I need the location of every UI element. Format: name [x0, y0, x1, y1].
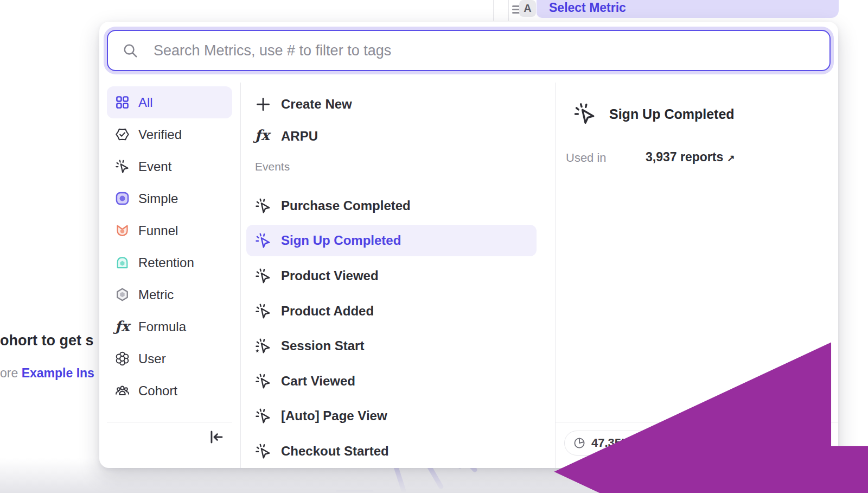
- create-new-button[interactable]: Create New: [246, 89, 537, 120]
- select-metric-label: Select Metric: [549, 1, 626, 15]
- stat-value: 47.35K: [591, 436, 630, 450]
- cursor-click-icon: [573, 102, 596, 125]
- background-heading: ohort to get s: [0, 332, 93, 349]
- sidebar-item-label: Simple: [138, 191, 178, 206]
- cursor-click-icon: [255, 268, 271, 284]
- sidebar-footer-divider: [107, 422, 232, 422]
- column-divider: [240, 83, 241, 468]
- cursor-click-icon: [115, 159, 130, 174]
- metric-hexagon-icon: [115, 287, 130, 302]
- list-item-label: ARPU: [281, 129, 318, 144]
- select-metric-button[interactable]: Select Metric: [537, 0, 839, 18]
- sidebar-item-cohort[interactable]: Cohort: [107, 375, 232, 407]
- sidebar-item-label: Funnel: [138, 223, 178, 238]
- sidebar-item-metric[interactable]: Metric: [107, 279, 232, 311]
- search-input[interactable]: [152, 42, 815, 60]
- sidebar-item-label: Formula: [138, 319, 186, 334]
- pie-chart-icon: [573, 437, 586, 450]
- sidebar-item-simple[interactable]: Simple: [107, 182, 232, 214]
- cursor-click-icon: [255, 373, 271, 389]
- screen: ohort to get s ore Example Ins A Select …: [0, 0, 868, 493]
- list-item-event[interactable]: Product Viewed: [246, 260, 537, 292]
- column-divider: [555, 83, 556, 468]
- used-in-label: Used in: [566, 151, 607, 165]
- sidebar-item-formula[interactable]: ƒx Formula: [107, 311, 232, 343]
- list-item-event[interactable]: Checkout Started: [246, 435, 537, 467]
- sidebar-item-retention[interactable]: Retention: [107, 246, 232, 279]
- cursor-click-icon: [255, 232, 271, 249]
- list-item-event[interactable]: Cart Viewed: [246, 365, 537, 397]
- search-box[interactable]: [107, 30, 831, 71]
- list-item-event[interactable]: Product Added: [246, 295, 537, 327]
- formula-fx-icon: ƒx: [255, 128, 271, 144]
- list-item-label: Session Start: [281, 338, 364, 353]
- pulse-icon: [677, 437, 690, 450]
- example-insights-link[interactable]: Example Ins: [22, 366, 94, 380]
- cursor-click-icon: [255, 408, 271, 424]
- metric-detail-title: Sign Up Completed: [609, 106, 735, 122]
- list-item-label: Product Added: [281, 304, 374, 319]
- list-item-event[interactable]: Session Start: [246, 330, 537, 362]
- sidebar-item-event[interactable]: Event: [107, 150, 232, 182]
- formula-fx-icon: ƒx: [115, 319, 130, 334]
- events-section-header: Events: [255, 160, 290, 173]
- plus-icon: [255, 96, 271, 112]
- metric-picker-dialog: All Verified Event Simple Funnel Retenti…: [99, 22, 838, 468]
- sidebar-item-verified[interactable]: Verified: [107, 118, 232, 150]
- list-item-label: Purchase Completed: [281, 198, 411, 213]
- background-subtext: ore Example Ins: [0, 366, 94, 381]
- verified-seal-icon: [115, 127, 130, 142]
- stat-chip-activity[interactable]: 14.59K: [668, 431, 743, 456]
- list-item-event[interactable]: Purchase Completed: [246, 190, 537, 222]
- kebab-menu-icon[interactable]: [812, 434, 829, 452]
- stat-value: 14.59K: [695, 436, 734, 450]
- stat-chip-total-count[interactable]: 47.35K # 2: [564, 431, 669, 456]
- sidebar-item-label: User: [138, 351, 166, 366]
- list-item-event[interactable]: [Auto] Page View: [246, 400, 537, 432]
- list-item-label: [Auto] Page View: [281, 408, 387, 424]
- funnel-icon: [115, 223, 130, 238]
- list-item-event-selected[interactable]: Sign Up Completed: [246, 225, 537, 256]
- panel-divider: [508, 0, 509, 21]
- retention-arch-icon: [115, 255, 130, 270]
- sidebar-item-label: Retention: [138, 255, 194, 270]
- user-cluster-icon: [115, 351, 130, 366]
- sidebar-item-funnel[interactable]: Funnel: [107, 214, 232, 246]
- used-in-reports-count: 3,937 reports: [646, 150, 723, 164]
- create-new-label: Create New: [281, 97, 352, 112]
- external-link-arrow-icon: ↗: [727, 153, 735, 163]
- background-subtext-prefix: ore: [0, 366, 22, 380]
- grid-icon: [115, 95, 130, 110]
- list-item-label: Checkout Started: [281, 444, 389, 459]
- sidebar-item-label: Cohort: [138, 383, 177, 399]
- sidebar-item-label: All: [138, 95, 153, 110]
- used-in-reports-link[interactable]: 3,937 reports↗: [646, 150, 735, 165]
- cohort-people-icon: [115, 383, 130, 398]
- metric-row-label: A: [519, 0, 536, 17]
- collapse-sidebar-button[interactable]: [208, 428, 225, 446]
- simple-squircle-icon: [115, 191, 130, 206]
- sidebar-item-label: Event: [138, 159, 171, 174]
- search-icon: [122, 42, 138, 59]
- cursor-click-icon: [255, 443, 271, 459]
- cursor-click-icon: [255, 198, 271, 214]
- panel-divider: [493, 0, 494, 21]
- sidebar-item-all[interactable]: All: [107, 86, 232, 118]
- sidebar-item-label: Metric: [138, 287, 174, 302]
- cursor-click-star-icon: [255, 338, 271, 354]
- sidebar-item-label: Verified: [138, 127, 182, 142]
- list-item-label: Sign Up Completed: [281, 233, 401, 248]
- sidebar-item-user[interactable]: User: [107, 343, 232, 375]
- rank-badge: # 2: [635, 435, 660, 451]
- list-item-label: Product Viewed: [281, 268, 379, 283]
- list-item-arpu[interactable]: ƒx ARPU: [246, 121, 537, 152]
- details-footer-divider: [555, 422, 838, 422]
- list-item-label: Cart Viewed: [281, 374, 355, 389]
- cursor-click-icon: [255, 303, 271, 319]
